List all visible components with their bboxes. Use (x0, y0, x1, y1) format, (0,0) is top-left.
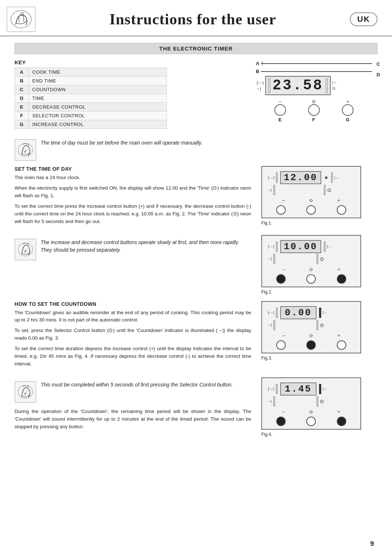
label-f: F (312, 117, 315, 122)
section-title: THE ELECTRONIC TIMER (15, 43, 377, 54)
set-time-text: SET THE TIME OF DAY The oven has a 24 ho… (15, 166, 251, 228)
btn-e-group: – (274, 99, 286, 116)
btn-f-group: ⊙ (308, 99, 320, 116)
set-time-row: SET THE TIME OF DAY The oven has a 24 ho… (15, 166, 377, 228)
countdown-text: HOW TO SET THE COUNTDOWN The 'Countdown'… (15, 301, 251, 371)
key-area: KEY A COOK TIME B END TIME C COUNTDOWN D… (15, 59, 233, 129)
fig4-ls2 (273, 396, 275, 406)
fig4-btn-sel[interactable] (306, 417, 316, 426)
fig2-clock: ⊙ (320, 256, 324, 262)
fig4-btn-plus[interactable] (337, 417, 346, 426)
main-screen-value: 23.58 (273, 77, 323, 94)
fig4-ls1 (276, 384, 278, 394)
tip-text-2: The increase and decrease control button… (41, 239, 251, 254)
page-title: Instructions for the user (36, 11, 350, 28)
fig1-btn-plus[interactable] (337, 205, 346, 215)
fig1-plus-sym: + (338, 198, 340, 203)
fig3-ls2 (273, 320, 275, 330)
fig1-left-seg2 (273, 185, 275, 195)
fig2-btn-minus[interactable] (276, 274, 286, 284)
tip3-fig4-row: This must be completed within 5 seconds … (15, 377, 377, 437)
fig4-buttons (267, 417, 355, 426)
main-screen-frame: 23.58 (265, 76, 331, 95)
tip-text-3: This must be completed within 5 seconds … (41, 381, 233, 389)
fig3-btn-symbols: – ⊙ + (267, 333, 355, 338)
btn-g[interactable] (342, 104, 354, 116)
fig3-arr1: ├→| (267, 311, 274, 315)
fig3-box: ├→| 0.00 |→ →| ⊙ – (261, 301, 361, 353)
main-content: THE ELECTRONIC TIMER KEY A COOK TIME B E… (0, 36, 392, 450)
key-letter-a: A (15, 68, 29, 77)
fig3-row2: →| ⊙ (267, 320, 355, 330)
fig2-label: Fig.2. (261, 289, 272, 295)
fig4-display: ├→| 1.45 |→ →| ⊙ – (261, 377, 361, 437)
fig4-arr-r1: |→ (323, 387, 327, 391)
tip-box-2: The increase and decrease control button… (15, 239, 251, 260)
screen-right-indicator (326, 78, 328, 93)
btn-f[interactable] (308, 104, 320, 116)
fig3-btn-plus[interactable] (337, 340, 346, 350)
fig4-btn-symbols: – ⊙ + (267, 409, 355, 414)
fig1-minus-sym: – (282, 198, 285, 203)
key-label-b: END TIME (29, 77, 167, 85)
fig2-clock-sym: ⊙ (309, 267, 313, 272)
fig3-area: ├→| 0.00 |→ →| ⊙ – (261, 301, 377, 361)
btn-g-symbol: + (347, 99, 350, 104)
label-a: A (256, 61, 259, 66)
fig1-btn-minus[interactable] (276, 205, 286, 215)
fig3-clock-sym: ⊙ (309, 333, 313, 338)
fig3-buttons (267, 340, 355, 350)
right-clock: ⊙ (332, 86, 337, 91)
fig4-minus-sym: – (282, 409, 285, 414)
uk-badge: UK (350, 12, 377, 26)
tip3-area: This must be completed within 5 seconds … (15, 377, 251, 434)
left-arrow-top: ├→| (256, 81, 264, 85)
fig4-indicator-lit (319, 384, 321, 394)
page-number: 9 (370, 540, 374, 548)
set-time-para2: When the electricity supply is first swi… (15, 185, 251, 200)
tip-icon-2 (15, 239, 36, 260)
fig3-btn-sel[interactable] (306, 340, 316, 350)
fig3-arr2: →| (267, 323, 272, 327)
btn-f-symbol: ⊙ (312, 99, 316, 104)
fig4-plus-sym: + (338, 409, 340, 414)
page-header: Instructions for the user UK (0, 0, 392, 36)
fig2-btn-sel[interactable] (306, 274, 316, 284)
fig4-clock-sym: ⊙ (309, 409, 313, 414)
fig1-btn-sel[interactable] (306, 205, 316, 215)
fig3-clock: ⊙ (320, 322, 324, 328)
key-letter-c: C (15, 85, 29, 94)
fig2-btn-plus[interactable] (337, 274, 346, 284)
fig1-display: ├→| 12.00 ✶ |→ →| ⊙ (261, 166, 361, 226)
btn-e[interactable] (274, 104, 286, 116)
fig4-label: Fig.4. (261, 432, 272, 437)
fig1-label: Fig.1. (261, 220, 272, 226)
fig3-indicator-lit (319, 308, 321, 318)
fig3-display: ├→| 0.00 |→ →| ⊙ – (261, 301, 361, 361)
key-row-a: A COOK TIME (15, 68, 167, 77)
fig2-rs2 (317, 254, 318, 264)
countdown-para1: The 'Countdown' gives an audible reminde… (15, 309, 251, 324)
countdown-row: HOW TO SET THE COUNTDOWN The 'Countdown'… (15, 301, 377, 371)
fig3-ls1 (276, 308, 278, 318)
countdown-end-para: During the operation of the 'Countdown',… (15, 408, 251, 431)
fig2-screen: 10.00 (280, 240, 321, 253)
logo (7, 7, 36, 32)
key-label-c: COUNTDOWN (29, 85, 167, 94)
arrow-b-left: → (261, 69, 265, 73)
fig4-btn-minus[interactable] (276, 417, 286, 426)
key-label-g: INCREASE CONTROL (29, 120, 167, 129)
fig3-btn-minus[interactable] (276, 340, 286, 350)
fig2-box: ├→| 10.00 |→ →| ⊙ – (261, 235, 361, 287)
countdown-para3: To set the correct time duration depress… (15, 345, 251, 368)
tip-icon-1 (15, 139, 36, 161)
key-label-f: SELECTOR CONTROL (29, 112, 167, 120)
fig1-box: ├→| 12.00 ✶ |→ →| ⊙ (261, 166, 361, 218)
key-label-d: TIME (29, 94, 167, 103)
fig3-plus-sym: + (338, 333, 340, 338)
fig2-row1: ├→| 10.00 |→ (267, 240, 355, 253)
countdown-heading: HOW TO SET THE COUNTDOWN (15, 301, 251, 307)
fig1-screen: 12.00 (280, 171, 321, 184)
tip-box-3: This must be completed within 5 seconds … (15, 381, 251, 403)
fig4-arr2: →| (267, 399, 272, 403)
